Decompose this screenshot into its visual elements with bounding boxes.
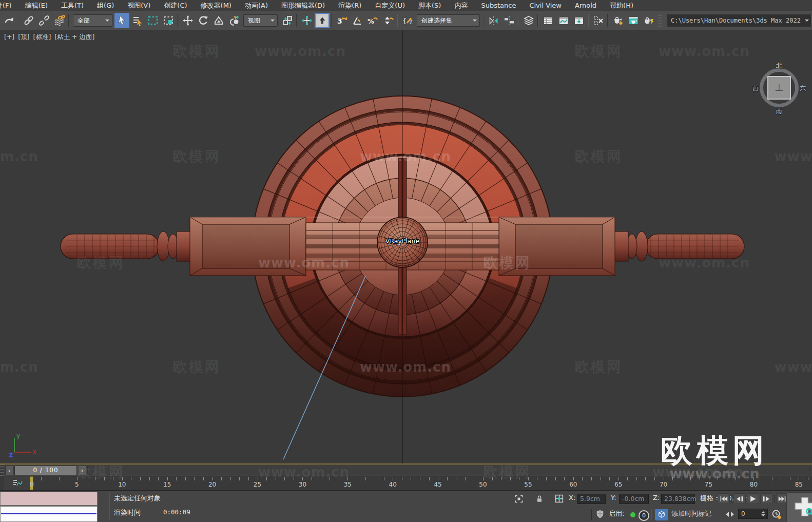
viewcube-top-face[interactable]: 上 xyxy=(767,76,791,100)
select-and-link-button[interactable] xyxy=(21,13,36,28)
set-key-button[interactable] xyxy=(786,492,812,522)
time-configuration-icon[interactable] xyxy=(771,509,782,522)
project-folder-dropdown[interactable]: C:\Users\Han\Documents\3ds Max 2022 xyxy=(667,14,811,27)
layer-manager-button[interactable] xyxy=(521,13,536,28)
menu-item-9[interactable]: 渲染(R) xyxy=(332,0,368,11)
viewport-top[interactable]: [+] [顶] [标准] [粘土 + 边面] VRayPlane 上 北 南 东… xyxy=(0,30,812,463)
compass-north-label[interactable]: 北 xyxy=(776,62,782,70)
frame-tick xyxy=(808,477,808,480)
menu-item-6[interactable]: 修改器(M) xyxy=(194,0,238,11)
menu-item-11[interactable]: 脚本(S) xyxy=(412,0,448,11)
menu-item-16[interactable]: 帮助(H) xyxy=(603,0,640,11)
percent-snap-toggle[interactable]: % xyxy=(365,13,380,28)
viewport-menu-renderer[interactable]: [标准] xyxy=(33,33,51,42)
frame-tick xyxy=(763,477,763,480)
compass-west-label[interactable]: 西 xyxy=(752,84,759,93)
menu-item-13[interactable]: Substance xyxy=(474,0,523,11)
rendered-frame-window-button[interactable] xyxy=(626,13,641,28)
window-crossing-button[interactable] xyxy=(161,13,176,28)
frame-tick xyxy=(745,477,745,480)
count-badge[interactable]: 0 xyxy=(639,510,649,521)
timeline-grip[interactable] xyxy=(0,465,4,476)
menu-item-8[interactable]: 图形编辑器(D) xyxy=(275,0,332,11)
curve-editor-button[interactable] xyxy=(556,13,571,28)
redo-button[interactable] xyxy=(2,13,16,28)
time-tag-cube-button[interactable] xyxy=(655,509,668,520)
select-and-move-button[interactable] xyxy=(180,13,195,28)
align-button[interactable] xyxy=(501,13,516,28)
select-by-name-button[interactable] xyxy=(130,13,145,28)
snap-3d-toggle[interactable]: 3 xyxy=(334,13,349,28)
render-setup-button[interactable] xyxy=(610,13,625,28)
maxscript-listener-pane[interactable] xyxy=(0,506,98,522)
play-button[interactable] xyxy=(747,493,759,504)
x-coord-field[interactable]: 5.9cm xyxy=(577,494,606,504)
menu-item-10[interactable]: 自定义(U) xyxy=(368,0,412,11)
absolute-mode-icon[interactable] xyxy=(554,494,564,505)
select-and-scale-button[interactable] xyxy=(211,13,226,28)
next-frame-button[interactable] xyxy=(760,493,772,504)
previous-frame-button[interactable] xyxy=(733,493,746,504)
menu-item-4[interactable]: 视图(V) xyxy=(121,0,157,11)
isolate-selection-button[interactable] xyxy=(591,13,606,28)
menu-item-14[interactable]: Civil View xyxy=(523,0,568,11)
spinner-snap-toggle[interactable] xyxy=(380,13,395,28)
frame-step-arrows[interactable] xyxy=(725,511,735,519)
link-icon xyxy=(23,15,34,26)
menu-item-3[interactable]: 组(G) xyxy=(90,0,121,11)
isolate-selection-icon[interactable] xyxy=(514,494,524,505)
toolbar-divider xyxy=(536,14,540,27)
menu-item-0[interactable]: 文件(F) xyxy=(0,0,18,11)
selection-filter-dropdown[interactable]: 全部 xyxy=(73,14,112,27)
frame-spinner[interactable] xyxy=(760,509,767,519)
time-slider-handle[interactable]: 0 / 100 xyxy=(14,466,77,475)
selection-region-button[interactable] xyxy=(145,13,160,28)
select-and-rotate-button[interactable] xyxy=(196,13,210,28)
compass-east-label[interactable]: 东 xyxy=(800,84,806,93)
selection-lock-icon[interactable] xyxy=(535,494,544,505)
shield-icon[interactable] xyxy=(595,509,605,521)
z-coord-field[interactable]: 23.838cm xyxy=(661,494,695,504)
use-pivot-center-button[interactable] xyxy=(280,13,295,28)
viewcube[interactable]: 上 北 南 东 西 xyxy=(753,63,805,114)
menu-item-7[interactable]: 动画(A) xyxy=(238,0,275,11)
frame-tick xyxy=(86,477,86,480)
render-production-button[interactable] xyxy=(641,13,656,28)
mirror-button[interactable] xyxy=(486,13,501,28)
keyboard-override-toggle[interactable] xyxy=(315,13,330,28)
named-set-dropdown[interactable]: 创建选择集 xyxy=(417,14,480,27)
frame-tick xyxy=(194,477,195,480)
edit-named-sets-button[interactable]: { } xyxy=(400,13,415,28)
bind-to-spacewarp-button[interactable] xyxy=(52,13,67,28)
next-frame-arrow[interactable]: › xyxy=(78,466,86,475)
mini-curve-editor-button[interactable] xyxy=(4,476,31,490)
viewport-menu-pov[interactable]: [顶] xyxy=(18,33,29,42)
ship-wheel-model[interactable] xyxy=(0,30,812,463)
angle-snap-toggle[interactable] xyxy=(350,13,364,28)
macro-recorder-pane[interactable] xyxy=(0,492,98,506)
toolbar-divider xyxy=(176,14,180,27)
y-coord-field[interactable]: -0.0cm xyxy=(619,494,649,504)
select-and-place-button[interactable] xyxy=(226,13,241,28)
compass-south-label[interactable]: 南 xyxy=(776,107,782,115)
add-time-tag[interactable]: 添加时间标记 xyxy=(671,509,711,518)
menu-item-5[interactable]: 创建(C) xyxy=(157,0,194,11)
viewport-menu-shading[interactable]: [粘土 + 边面] xyxy=(54,33,94,42)
track-bar[interactable]: 0510152025303540455055606570758085 xyxy=(0,476,812,491)
select-object-button[interactable] xyxy=(114,13,129,28)
ribbon-toggle-button[interactable] xyxy=(571,13,586,28)
menu-item-15[interactable]: Arnold xyxy=(568,0,603,11)
viewport-menu-general[interactable]: [+] xyxy=(4,33,14,42)
go-to-start-button[interactable] xyxy=(718,493,730,504)
menu-item-2[interactable]: 工具(T) xyxy=(54,0,90,11)
time-slider-track[interactable] xyxy=(87,466,811,475)
unlink-selection-button[interactable] xyxy=(36,13,51,28)
menu-item-1[interactable]: 编辑(E) xyxy=(18,0,54,11)
redo-icon xyxy=(4,15,15,26)
previous-frame-arrow[interactable]: ‹ xyxy=(5,466,13,475)
select-and-manipulate-button[interactable] xyxy=(299,13,314,28)
reference-coordinate-dropdown[interactable]: 视图 xyxy=(243,14,278,27)
toolbar-grip[interactable] xyxy=(658,13,662,28)
menu-item-12[interactable]: 内容 xyxy=(448,0,474,11)
scene-explorer-button[interactable] xyxy=(540,13,555,28)
